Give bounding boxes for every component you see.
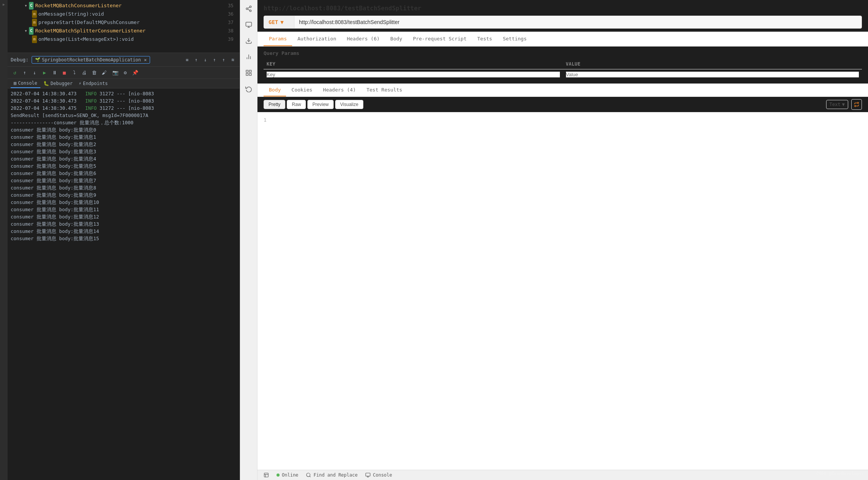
console-line-3: 2022-07-04 14:38:30.475 INFO 31272 --- [… — [11, 104, 237, 112]
col-header-value: VALUE — [563, 59, 862, 69]
wrap-icon[interactable] — [851, 99, 862, 110]
bottom-item-layout[interactable] — [264, 472, 269, 478]
chart-icon[interactable] — [243, 51, 254, 63]
console-line-1: 2022-07-04 14:38:30.473 INFO 31272 --- [… — [11, 90, 237, 97]
consumer-line-2: consumer 批量消息 body:批量消息2 — [11, 141, 237, 148]
line-number: 36 — [223, 10, 233, 18]
toolbar-icon-1[interactable]: ≡ — [183, 56, 191, 64]
svg-point-2 — [249, 10, 251, 12]
console-tab[interactable]: ▤ Console — [11, 79, 40, 88]
params-empty-row — [264, 69, 862, 80]
view-btn-visualize[interactable]: Visualize — [335, 100, 363, 109]
tree-item-extra — [8, 43, 240, 51]
resp-tab-headers[interactable]: Headers (4) — [318, 84, 361, 96]
download-icon[interactable] — [243, 35, 254, 47]
toolbar-icon-4[interactable]: ↑ — [211, 56, 218, 64]
query-params-section: Query Params KEY VALUE — [257, 47, 868, 83]
method-icon-m: m — [32, 10, 37, 18]
share-icon[interactable] — [243, 3, 254, 14]
consumer-line-1: consumer 批量消息 body:批量消息1 — [11, 133, 237, 141]
print-icon[interactable]: 🖨 — [80, 69, 88, 77]
history-icon[interactable] — [243, 83, 254, 95]
tab-body[interactable]: Body — [385, 32, 408, 46]
brush-icon[interactable]: 🖌 — [100, 69, 108, 77]
tree-item-onmessage-string[interactable]: m onMessage(String):void 36 — [8, 10, 240, 18]
line-number: 38 — [223, 27, 233, 35]
restart-icon[interactable]: ↺ — [11, 69, 19, 77]
postman-panel: http://localhost:8083/testBatchSendSplit… — [240, 0, 868, 480]
trash-icon[interactable]: 🗑 — [90, 69, 98, 77]
line-number: 35 — [223, 2, 233, 10]
resp-tab-test-results[interactable]: Test Results — [361, 84, 408, 96]
response-toolbar: Pretty Raw Preview Visualize Text ▼ — [257, 97, 868, 112]
tab-params[interactable]: Params — [264, 32, 292, 46]
consumer-line-4: consumer 批量消息 body:批量消息4 — [11, 155, 237, 162]
tab-settings[interactable]: Settings — [497, 32, 532, 46]
sidebar-arrow-icon[interactable]: ▶ — [2, 2, 6, 7]
svg-point-0 — [249, 6, 251, 8]
tree-item-splitter-consumer[interactable]: ▾ C RocketMQBatchSplitterConsumerListene… — [8, 27, 240, 35]
method-name-preparestart[interactable]: prepareStart(DefaultMQPushConsumer — [38, 19, 140, 26]
bottom-item-console[interactable]: Console — [365, 472, 392, 478]
response-tabs-row: Body Cookies Headers (4) Test Results — [257, 84, 868, 97]
debugger-tab[interactable]: 🐛 Debugger — [40, 79, 76, 88]
view-btn-raw[interactable]: Raw — [287, 100, 306, 109]
consumer-line-0: consumer 批量消息 body:批量消息0 — [11, 126, 237, 133]
tree-item-onmessage-list[interactable]: m onMessage(List<MessageExt>):void 39 — [8, 35, 240, 43]
settings-icon[interactable]: ⚙ — [121, 69, 129, 77]
console-tab-label: Console — [18, 80, 37, 86]
class-name-consumer-listener[interactable]: RocketMQBatchConsumerListener — [35, 2, 121, 10]
tab-tests[interactable]: Tests — [472, 32, 497, 46]
console-icon: ▤ — [14, 80, 16, 86]
param-value-input[interactable] — [566, 72, 859, 77]
consumer-line-5: consumer 批量消息 body:批量消息5 — [11, 162, 237, 170]
debug-filename-tab[interactable]: 🌱 SpringbootRocketBatchDemoApplication ✕ — [32, 56, 150, 64]
consumer-line-15: consumer 批量消息 body:批量消息15 — [11, 235, 237, 242]
play-icon[interactable]: ▶ — [40, 69, 49, 77]
method-select[interactable]: GET ▼ — [264, 16, 294, 28]
pause-icon[interactable]: ⏸ — [50, 69, 59, 77]
resp-tab-cookies[interactable]: Cookies — [286, 84, 318, 96]
class-icon-c: C — [29, 2, 34, 10]
consumer-line-6: consumer 批量消息 body:批量消息6 — [11, 170, 237, 177]
postman-main: http://localhost:8083/testBatchSendSplit… — [257, 0, 868, 480]
tab-headers[interactable]: Headers (6) — [342, 32, 385, 46]
bottom-item-find-replace[interactable]: Find and Replace — [306, 472, 358, 478]
param-key-input[interactable] — [267, 72, 560, 77]
tree-item-preparestart[interactable]: m prepareStart(DefaultMQPushConsumer 37 — [8, 18, 240, 27]
camera-icon[interactable]: 📷 — [111, 69, 120, 77]
svg-line-20 — [310, 476, 311, 477]
tab-prerequest[interactable]: Pre-request Script — [408, 32, 472, 46]
debug-bar: Debug: 🌱 SpringbootRocketBatchDemoApplic… — [8, 53, 240, 67]
toolbar-icon-6[interactable]: ≋ — [229, 56, 237, 64]
view-btn-preview[interactable]: Preview — [307, 100, 334, 109]
grid-icon[interactable] — [243, 67, 254, 79]
toolbar-icon-2[interactable]: ↑ — [192, 56, 200, 64]
class-name-splitter[interactable]: RocketMQBatchSplitterConsumerListener — [35, 27, 145, 35]
url-input[interactable] — [294, 16, 862, 28]
endpoints-tab[interactable]: ⚡ Endpoints — [76, 79, 111, 88]
svg-point-1 — [246, 8, 248, 10]
toolbar-icon-3[interactable]: ↓ — [201, 56, 209, 64]
step-icon[interactable]: ⤵ — [70, 69, 78, 77]
consumer-line-14: consumer 批量消息 body:批量消息14 — [11, 228, 237, 235]
close-tab-icon[interactable]: ✕ — [144, 57, 147, 63]
resp-tab-body[interactable]: Body — [264, 84, 286, 96]
method-name-onmessage-list[interactable]: onMessage(List<MessageExt>):void — [38, 35, 134, 43]
toolbar-icon-5[interactable]: ↑ — [220, 56, 227, 64]
response-body: 1 — [257, 112, 868, 470]
tab-authorization[interactable]: Authorization — [292, 32, 342, 46]
method-name-onmessage-string[interactable]: onMessage(String):void — [38, 10, 104, 18]
stop-icon[interactable]: ■ — [60, 69, 69, 77]
format-select[interactable]: Text ▼ — [826, 100, 848, 109]
endpoints-icon: ⚡ — [79, 81, 82, 86]
response-section: Body Cookies Headers (4) Test Results Pr… — [257, 83, 868, 470]
tree-item-consumer-listener[interactable]: ▾ C RocketMQBatchConsumerListener 35 — [8, 2, 240, 10]
down-icon[interactable]: ↓ — [30, 69, 39, 77]
pin-icon[interactable]: 📌 — [131, 69, 139, 77]
up-icon[interactable]: ↑ — [21, 69, 29, 77]
view-btn-pretty[interactable]: Pretty — [264, 100, 285, 109]
bottom-item-online[interactable]: Online — [277, 472, 298, 478]
monitor-icon[interactable] — [243, 19, 254, 31]
line-number: 37 — [223, 19, 233, 26]
